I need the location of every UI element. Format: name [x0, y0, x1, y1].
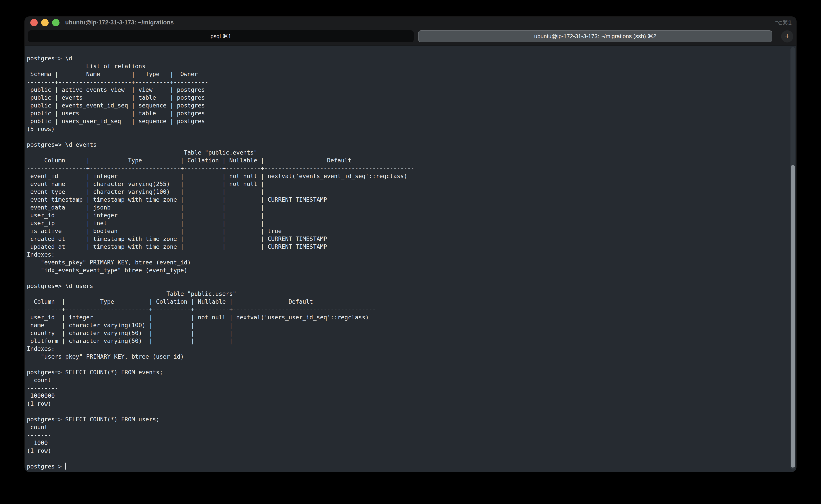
terminal-line: --------- — [27, 384, 788, 392]
title-bar[interactable]: ubuntu@ip-172-31-3-173: ~/migrations ⌥⌘1 — [25, 17, 796, 29]
terminal-line: updated_at | timestamp with time zone | … — [27, 243, 788, 251]
terminal-line: ------- — [27, 431, 788, 439]
terminal-line: Indexes: — [27, 345, 788, 353]
terminal-line: event_data | jsonb | | | — [27, 204, 788, 211]
terminal-line: (1 row) — [27, 447, 788, 455]
terminal-line: public | users | table | postgres — [27, 109, 788, 117]
tab-psql[interactable]: psql ⌘1 — [28, 30, 414, 42]
terminal-output: postgres=> \d List of relations Schema |… — [27, 54, 788, 463]
prompt-text: postgres=> — [27, 463, 65, 470]
scrollbar-track[interactable] — [790, 47, 795, 470]
terminal-line: List of relations — [27, 62, 788, 70]
terminal-line: event_id | integer | | not null | nextva… — [27, 172, 788, 180]
terminal-line: "events_pkey" PRIMARY KEY, btree (event_… — [27, 259, 788, 266]
terminal-line — [27, 361, 788, 368]
tab-bar: psql ⌘1 ubuntu@ip-172-31-3-173: ~/migrat… — [25, 29, 796, 46]
terminal-line — [27, 408, 788, 415]
window-title: ubuntu@ip-172-31-3-173: ~/migrations — [65, 19, 174, 26]
terminal-line: -----------------+----------------------… — [27, 164, 788, 172]
terminal-line: public | users_user_id_seq | sequence | … — [27, 117, 788, 125]
fullscreen-button[interactable] — [52, 19, 60, 26]
terminal-line: Column | Type | Collation | Nullable | D… — [27, 157, 788, 164]
terminal-line — [27, 133, 788, 141]
terminal-line: "idx_events_event_type" btree (event_typ… — [27, 266, 788, 274]
tab-ssh[interactable]: ubuntu@ip-172-31-3-173: ~/migrations (ss… — [418, 30, 772, 42]
terminal-line: user_id | integer | | | — [27, 211, 788, 219]
terminal-line: event_type | character varying(100) | | … — [27, 188, 788, 196]
terminal-window: ubuntu@ip-172-31-3-173: ~/migrations ⌥⌘1… — [25, 17, 796, 472]
terminal-line: postgres=> \d — [27, 54, 788, 62]
minimize-button[interactable] — [41, 19, 49, 26]
terminal-line: (5 rows) — [27, 125, 788, 133]
terminal-line: public | events_event_id_seq | sequence … — [27, 102, 788, 109]
terminal-line: Table "public.users" — [27, 290, 788, 298]
terminal-line: postgres=> SELECT COUNT(*) FROM users; — [27, 415, 788, 423]
terminal-line: postgres=> \d events — [27, 141, 788, 149]
terminal-line: count — [27, 423, 788, 431]
new-tab-button[interactable]: + — [781, 30, 793, 43]
tab-ssh-label: ubuntu@ip-172-31-3-173: ~/migrations (ss… — [534, 33, 656, 40]
prompt-line: postgres=> — [27, 463, 788, 470]
terminal-content-area[interactable]: postgres=> \d List of relations Schema |… — [25, 46, 796, 472]
terminal-line: name | character varying(100) | | | — [27, 321, 788, 329]
terminal-line: count — [27, 376, 788, 384]
terminal-line: "users_pkey" PRIMARY KEY, btree (user_id… — [27, 353, 788, 361]
terminal-line: user_id | integer | | not null | nextval… — [27, 313, 788, 321]
terminal-line: (1 row) — [27, 400, 788, 408]
terminal-line: Schema | Name | Type | Owner — [27, 70, 788, 78]
terminal-line: country | character varying(50) | | | — [27, 329, 788, 337]
terminal-line — [27, 455, 788, 463]
terminal-line: public | active_events_view | view | pos… — [27, 86, 788, 94]
terminal-cursor — [65, 463, 66, 470]
terminal-line: postgres=> SELECT COUNT(*) FROM events; — [27, 368, 788, 376]
traffic-lights — [30, 19, 60, 26]
close-button[interactable] — [30, 19, 38, 26]
terminal-line: public | events | table | postgres — [27, 94, 788, 102]
terminal-line: user_ip | inet | | | — [27, 219, 788, 227]
terminal-line: 1000000 — [27, 392, 788, 400]
terminal-line: created_at | timestamp with time zone | … — [27, 235, 788, 243]
terminal-line: --------+---------------------+---------… — [27, 78, 788, 86]
scrollbar-thumb[interactable] — [791, 165, 795, 468]
terminal-line: event_name | character varying(255) | | … — [27, 180, 788, 188]
terminal-line: Indexes: — [27, 251, 788, 259]
terminal-line: platform | character varying(50) | | | — [27, 337, 788, 345]
terminal-line: 1000 — [27, 439, 788, 447]
terminal-line: Table "public.events" — [27, 149, 788, 157]
window-shortcut-hint: ⌥⌘1 — [775, 19, 792, 26]
terminal-line: event_timestamp | timestamp with time zo… — [27, 196, 788, 204]
terminal-line: is_active | boolean | | | true — [27, 227, 788, 235]
tab-psql-label: psql ⌘1 — [210, 33, 231, 40]
terminal-line: postgres=> \d users — [27, 282, 788, 290]
terminal-line — [27, 274, 788, 282]
terminal-line: ----------+------------------------+----… — [27, 306, 788, 313]
terminal-line: Column | Type | Collation | Nullable | D… — [27, 298, 788, 306]
